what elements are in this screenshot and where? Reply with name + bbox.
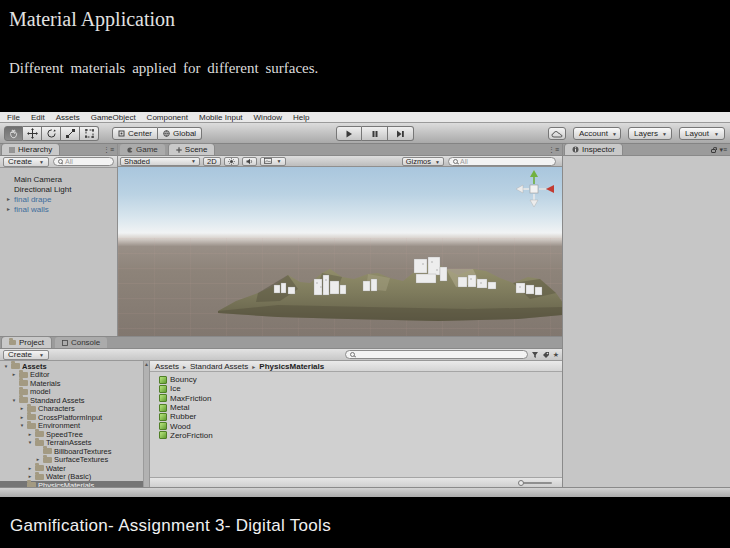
tree-scrollbar[interactable]: ▲ — [143, 361, 149, 487]
expand-arrow-icon[interactable]: ► — [27, 432, 33, 437]
favorite-star-icon[interactable]: ★ — [553, 351, 559, 359]
asset-item[interactable]: MaxFriction — [159, 394, 562, 403]
tree-row[interactable]: PhysicsMaterials — [0, 481, 149, 487]
hierarchy-item[interactable]: ►final walls — [0, 204, 117, 214]
play-button[interactable] — [336, 126, 362, 141]
expand-arrow-icon[interactable]: ▼ — [3, 364, 9, 369]
tree-row[interactable]: ►SurfaceTextures — [0, 456, 149, 465]
asset-item[interactable]: Rubber — [159, 412, 562, 421]
asset-item[interactable]: Bouncy — [159, 375, 562, 384]
expand-arrow-icon[interactable]: ▼ — [19, 423, 25, 428]
asset-item[interactable]: Ice — [159, 384, 562, 393]
scene-viewport[interactable] — [118, 167, 562, 336]
menu-item-assets[interactable]: Assets — [56, 113, 80, 122]
hierarchy-item[interactable]: ►final drape — [0, 194, 117, 204]
2d-toggle-button[interactable]: 2D — [203, 157, 221, 166]
step-button[interactable] — [388, 126, 414, 141]
hierarchy-create-button[interactable]: Create▼ — [3, 157, 49, 167]
asset-item[interactable]: Metal — [159, 403, 562, 412]
hierarchy-create-label: Create — [8, 157, 32, 166]
tab-project[interactable]: Project — [2, 337, 51, 348]
effects-dropdown-button[interactable]: ▼ — [260, 157, 286, 166]
menu-item-help[interactable]: Help — [293, 113, 309, 122]
asset-item[interactable]: Wood — [159, 421, 562, 430]
menu-item-component[interactable]: Component — [147, 113, 188, 122]
pan-tool-button[interactable] — [4, 126, 23, 141]
caret-down-icon: ▼ — [662, 131, 667, 137]
breadcrumb-item[interactable]: Standard Assets — [190, 362, 248, 371]
expand-arrow-icon[interactable]: ► — [27, 466, 33, 471]
project-create-button[interactable]: Create▼ — [3, 350, 49, 360]
rotate-tool-button[interactable] — [42, 126, 61, 141]
tree-row[interactable]: ►Water (Basic) — [0, 473, 149, 482]
search-by-type-icon[interactable] — [531, 351, 539, 359]
pivot-center-button[interactable]: Center — [112, 127, 158, 140]
pane-menu-icon[interactable]: ⋮≡ — [103, 146, 114, 153]
tab-console[interactable]: Console — [55, 337, 107, 348]
scene-search-input[interactable]: All — [448, 157, 556, 166]
menu-item-edit[interactable]: Edit — [31, 113, 45, 122]
folder-icon — [43, 448, 52, 454]
orientation-gizmo[interactable] — [513, 168, 555, 210]
scroll-up-icon[interactable]: ▲ — [144, 361, 149, 367]
expand-arrow-icon[interactable]: ► — [19, 406, 25, 411]
pane-menu-icon[interactable]: ⋮≡ — [548, 146, 559, 153]
layers-dropdown[interactable]: Layers▼ — [628, 127, 672, 140]
audio-toggle-button[interactable] — [242, 157, 257, 166]
hierarchy-item[interactable]: Main Camera — [0, 174, 117, 184]
expand-arrow-icon[interactable]: ► — [11, 372, 17, 377]
search-by-label-icon[interactable] — [542, 351, 550, 359]
thumbnail-zoom-slider[interactable] — [520, 482, 552, 484]
tab-hierarchy[interactable]: Hierarchy — [2, 144, 59, 155]
layout-dropdown[interactable]: Layout▼ — [679, 127, 725, 140]
tab-scene[interactable]: Scene — [169, 144, 215, 155]
expand-arrow-icon[interactable]: ► — [35, 457, 41, 462]
expand-arrow-icon[interactable]: ► — [6, 206, 12, 212]
console-icon — [62, 340, 68, 346]
tree-row[interactable]: ►SpeedTree — [0, 430, 149, 439]
rect-tool-button[interactable] — [80, 126, 99, 141]
orientation-global-button[interactable]: Global — [158, 127, 202, 140]
expand-arrow-icon[interactable]: ▼ — [11, 398, 17, 403]
breadcrumb-separator-icon: ▸ — [183, 363, 186, 370]
expand-arrow-icon[interactable]: ▼ — [27, 440, 33, 445]
expand-arrow-icon[interactable]: ► — [19, 415, 25, 420]
pane-menu-icon[interactable]: ▾≡ — [719, 146, 727, 153]
slide-footer: Gamification- Assignment 3- Digital Tool… — [10, 516, 331, 536]
hierarchy-search-input[interactable]: All — [53, 157, 114, 166]
lighting-toggle-button[interactable] — [224, 157, 239, 166]
tab-game[interactable]: Game — [120, 144, 165, 155]
breadcrumb-item[interactable]: PhysicsMaterials — [259, 362, 324, 371]
tree-row[interactable]: ►Characters — [0, 405, 149, 414]
slider-knob[interactable] — [518, 480, 524, 486]
folder-icon — [27, 406, 36, 412]
scale-tool-button[interactable] — [61, 126, 80, 141]
asset-item[interactable]: ZeroFriction — [159, 431, 562, 440]
slide-subtitle: Different materials applied for differen… — [9, 60, 318, 77]
menu-item-file[interactable]: File — [7, 113, 20, 122]
tree-row[interactable]: ▼Standard Assets — [0, 396, 149, 405]
services-cloud-button[interactable] — [548, 127, 566, 140]
lock-icon[interactable] — [711, 149, 716, 153]
breadcrumb-item[interactable]: Assets — [155, 362, 179, 371]
expand-arrow-icon[interactable]: ► — [6, 196, 12, 202]
tree-row[interactable]: ▼TerrainAssets — [0, 439, 149, 448]
menu-item-gameobject[interactable]: GameObject — [91, 113, 136, 122]
move-tool-button[interactable] — [23, 126, 42, 141]
shading-mode-dropdown[interactable]: Shaded▼ — [120, 157, 200, 166]
tab-inspector[interactable]: Inspector — [565, 144, 622, 155]
tree-row[interactable]: ▼Environment — [0, 422, 149, 431]
menu-item-mobile-input[interactable]: Mobile Input — [199, 113, 243, 122]
tree-row[interactable]: ►CrossPlatformInput — [0, 413, 149, 422]
gizmos-dropdown[interactable]: Gizmos▼ — [402, 157, 444, 166]
tree-row[interactable]: BillboardTextures — [0, 447, 149, 456]
hierarchy-item[interactable]: Directional Light — [0, 184, 117, 194]
account-dropdown[interactable]: Account▼ — [573, 127, 621, 140]
pause-button[interactable] — [362, 126, 388, 141]
gizmos-label: Gizmos — [406, 157, 431, 166]
tree-row[interactable]: ►Water — [0, 464, 149, 473]
expand-arrow-icon[interactable]: ► — [27, 474, 33, 479]
menu-item-window[interactable]: Window — [254, 113, 282, 122]
project-search-input[interactable] — [345, 350, 528, 359]
project-footer — [150, 477, 562, 487]
